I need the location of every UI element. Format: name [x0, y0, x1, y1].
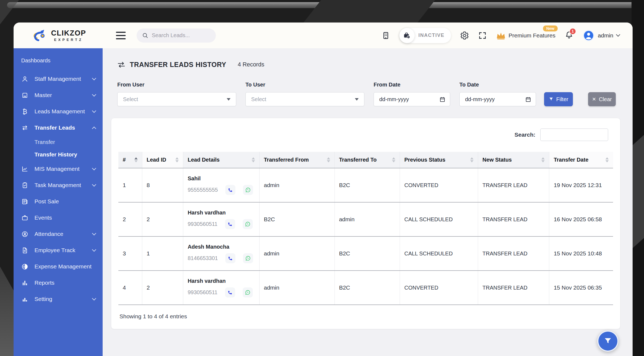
table-row: 4 2 Harsh vardhan 9930560511: [118, 271, 613, 305]
column-header-lead-details[interactable]: Lead Details: [183, 152, 260, 168]
sidebar-item-post-sale[interactable]: Post Sale: [14, 193, 103, 210]
lead-phone: 9555555555: [188, 187, 218, 193]
sidebar-item-task-management[interactable]: Task Management: [14, 177, 103, 193]
chevron-down-icon: [92, 166, 96, 171]
user-menu[interactable]: admin: [583, 30, 620, 41]
transferred-to-cell: B2C: [334, 271, 400, 305]
chevron-up-icon: [92, 126, 96, 131]
call-button[interactable]: [225, 219, 235, 229]
sidebar-item-expense-management[interactable]: Expense Management: [14, 258, 103, 275]
previous-status-cell: CONVERTED: [400, 168, 478, 202]
new-badge: New: [543, 25, 558, 31]
sidebar-item-leads-management[interactable]: ₿ Leads Management: [14, 103, 103, 120]
previous-status-cell: CONVERTED: [400, 271, 478, 305]
transfer-date-cell: 15 Nov 2025 06:35: [549, 271, 613, 305]
funnel-icon: [549, 97, 554, 102]
records-count: 4 Records: [238, 61, 264, 68]
from-user-select[interactable]: Select: [117, 92, 236, 106]
store-icon: [21, 92, 29, 99]
fullscreen-icon: [478, 31, 487, 40]
whatsapp-button[interactable]: [243, 287, 253, 297]
filter-fab[interactable]: [597, 331, 618, 352]
device-frame: CLIKZOP EXPERTZ: [0, 0, 644, 356]
sidebar-item-staff-management[interactable]: Staff Management: [14, 71, 103, 87]
lead-name: Harsh vardhan: [188, 278, 255, 284]
phone-icon: [227, 221, 233, 227]
column-header-index[interactable]: #: [118, 152, 142, 168]
file-text-icon: [21, 247, 29, 254]
previous-status-cell: CALL SCHEDULED: [400, 236, 478, 271]
column-header-lead-id[interactable]: Lead ID: [142, 152, 183, 168]
sidebar-item-transfer-leads[interactable]: Transfer Leads: [14, 120, 103, 136]
settings-button[interactable]: [460, 31, 469, 40]
call-button[interactable]: [225, 287, 235, 297]
transferred-to-cell: admin: [334, 202, 400, 236]
whatsapp-button[interactable]: [243, 185, 253, 195]
column-header-new-status[interactable]: New Status: [478, 152, 549, 168]
column-header-transferred-to[interactable]: Transferred To: [334, 152, 400, 168]
transferred-from-cell: admin: [259, 236, 334, 271]
clear-button[interactable]: ✕ Clear: [588, 92, 616, 106]
call-button[interactable]: [225, 185, 235, 195]
filter-button[interactable]: Filter: [544, 92, 573, 106]
sort-icon: [539, 157, 545, 162]
notifications-button[interactable]: 1: [565, 31, 573, 40]
lead-details-cell: Harsh vardhan 9930560511: [183, 271, 260, 305]
chevron-down-icon: [92, 182, 96, 187]
work-status-icon: [399, 28, 415, 43]
whatsapp-button[interactable]: [243, 219, 253, 229]
menu-toggle-button[interactable]: [116, 32, 126, 39]
brand-name: CLIKZOP: [51, 29, 86, 37]
global-search-input[interactable]: [152, 32, 210, 39]
column-header-transferred-from[interactable]: Transferred From: [259, 152, 334, 168]
sidebar-item-attendance[interactable]: Attendance: [14, 226, 103, 242]
fullscreen-button[interactable]: [478, 31, 487, 40]
sidebar-item-events[interactable]: Events: [14, 210, 103, 226]
from-user-label: From User: [117, 82, 236, 88]
transferred-from-cell: admin: [259, 271, 334, 305]
attendance-status-pill[interactable]: INACTIVE: [399, 28, 451, 43]
lead-name: Adesh Manocha: [188, 244, 255, 250]
call-button[interactable]: [225, 253, 235, 263]
select-caret-icon: [355, 98, 359, 101]
from-date-input[interactable]: dd-mm-yyyy: [374, 92, 450, 106]
column-header-transfer-date[interactable]: Transfer Date: [549, 152, 613, 168]
sidebar-subitem-transfer[interactable]: Transfer: [14, 136, 103, 148]
select-caret-icon: [227, 98, 231, 101]
to-date-input[interactable]: dd-mm-yyyy: [459, 92, 536, 106]
table-row: 2 2 Harsh vardhan 9930560511: [118, 202, 613, 236]
sort-icon: [250, 157, 255, 162]
to-date-label: To Date: [459, 82, 536, 88]
sidebar-item-master[interactable]: Master: [14, 87, 103, 103]
lead-details-cell: Harsh vardhan 9930560511: [183, 202, 260, 236]
global-search[interactable]: [137, 28, 216, 43]
brand-logo: CLIKZOP EXPERTZ: [33, 28, 86, 43]
to-user-label: To User: [245, 82, 364, 88]
table-entries-info: Showing 1 to 4 of 4 entries: [118, 313, 613, 320]
whatsapp-icon: [245, 290, 251, 295]
sidebar-item-reports[interactable]: Reports: [14, 275, 103, 291]
premium-features-button[interactable]: Premium Features New: [496, 31, 555, 40]
column-header-previous-status[interactable]: Previous Status: [400, 152, 478, 168]
whatsapp-icon: [245, 221, 251, 227]
sidebar-item-setting[interactable]: Setting: [14, 291, 103, 307]
sidebar-item-mis-management[interactable]: MIS Management: [14, 161, 103, 177]
table-search-input[interactable]: [540, 129, 608, 141]
new-status-cell: TRANSFER LEAD: [478, 202, 549, 236]
sidebar-item-employee-track[interactable]: Employee Track: [14, 242, 103, 258]
to-user-select[interactable]: Select: [245, 92, 364, 106]
company-button[interactable]: [381, 31, 390, 40]
whatsapp-icon: [245, 255, 251, 261]
brand-subtitle: EXPERTZ: [51, 38, 86, 42]
chevron-down-icon: [92, 76, 96, 81]
table-row: 3 1 Adesh Manocha 8146653301: [118, 236, 613, 271]
sidebar-subitem-transfer-history[interactable]: Transfer History: [14, 148, 103, 161]
line-chart-icon: [21, 165, 29, 173]
transfer-icon: [117, 61, 125, 68]
from-date-label: From Date: [374, 82, 450, 88]
app-window: CLIKZOP EXPERTZ: [14, 23, 633, 356]
whatsapp-button[interactable]: [243, 253, 253, 263]
new-status-cell: TRANSFER LEAD: [478, 271, 549, 305]
calendar-icon: [439, 96, 446, 102]
whatsapp-icon: [245, 187, 251, 193]
